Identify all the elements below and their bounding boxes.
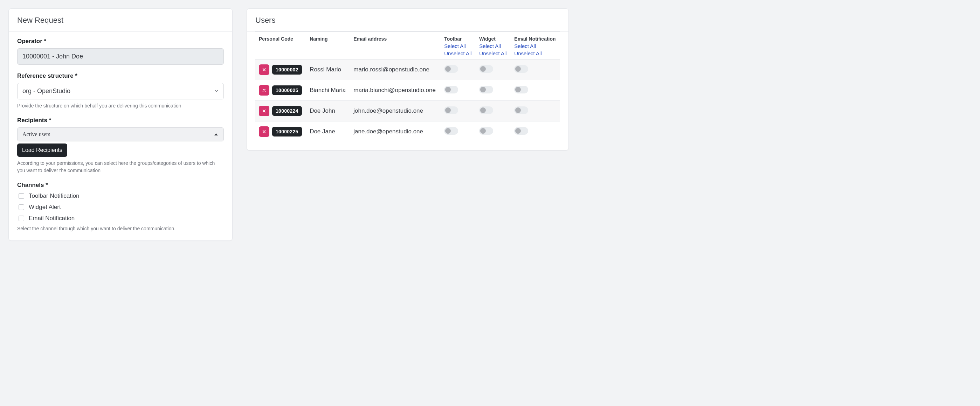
- operator-input: 10000001 - John Doe: [17, 48, 224, 65]
- widget-toggle[interactable]: [479, 106, 493, 114]
- toolbar-unselect-all[interactable]: Unselect All: [444, 51, 472, 56]
- load-recipients-button[interactable]: Load Recipients: [17, 143, 67, 157]
- col-toolbar: Toolbar Select All Unselect All: [441, 32, 476, 60]
- structure-help: Provide the structure on which behalf yo…: [17, 102, 224, 109]
- col-personal-code: Personal Code: [255, 32, 306, 60]
- widget-select-all[interactable]: Select All: [479, 43, 507, 49]
- toolbar-toggle[interactable]: [444, 106, 458, 114]
- emailnotif-select-all[interactable]: Select All: [514, 43, 557, 49]
- recipients-selected: Active users: [22, 131, 51, 137]
- channel-checkbox-email[interactable]: [19, 216, 24, 221]
- channel-label-widget: Widget Alert: [29, 204, 61, 211]
- col-email-notification: Email Notification Select All Unselect A…: [511, 32, 560, 60]
- new-request-title: New Request: [9, 9, 232, 32]
- channels-help: Select the channel through which you wan…: [17, 225, 224, 232]
- recipients-help: According to your permissions, you can s…: [17, 160, 224, 174]
- user-email: john.doe@openstudio.one: [350, 101, 441, 121]
- recipients-field: Recipients * Active users Load Recipient…: [17, 117, 224, 174]
- channel-option-widget[interactable]: Widget Alert: [17, 203, 224, 211]
- col-widget: Widget Select All Unselect All: [476, 32, 511, 60]
- channel-checkbox-toolbar[interactable]: [19, 193, 24, 199]
- channels-label: Channels *: [17, 182, 224, 189]
- user-email: maria.bianchi@openstudio.one: [350, 80, 441, 101]
- email-toggle[interactable]: [514, 127, 528, 135]
- structure-label: Reference structure *: [17, 73, 224, 79]
- col-email: Email address: [350, 32, 441, 60]
- widget-toggle[interactable]: [479, 65, 493, 73]
- user-naming: Doe John: [306, 101, 350, 121]
- email-toggle[interactable]: [514, 65, 528, 73]
- widget-unselect-all[interactable]: Unselect All: [479, 51, 507, 56]
- col-naming: Naming: [306, 32, 350, 60]
- channels-options: Toolbar Notification Widget Alert Email …: [17, 192, 224, 222]
- user-email: mario.rossi@openstudio.one: [350, 60, 441, 80]
- table-row: 10000225Doe Janejane.doe@openstudio.one: [255, 121, 560, 142]
- remove-user-button[interactable]: [259, 106, 269, 116]
- emailnotif-unselect-all[interactable]: Unselect All: [514, 51, 557, 56]
- structure-select[interactable]: org - OpenStudio: [17, 83, 224, 99]
- toolbar-toggle[interactable]: [444, 65, 458, 73]
- table-row: 10000224Doe Johnjohn.doe@openstudio.one: [255, 101, 560, 121]
- recipients-label: Recipients *: [17, 117, 224, 124]
- widget-toggle[interactable]: [479, 86, 493, 94]
- personal-code-badge: 10000225: [272, 127, 302, 136]
- channel-option-toolbar[interactable]: Toolbar Notification: [17, 192, 224, 200]
- channel-option-email[interactable]: Email Notification: [17, 214, 224, 222]
- toolbar-select-all[interactable]: Select All: [444, 43, 472, 49]
- users-table: Personal Code Naming Email address Toolb…: [255, 32, 560, 142]
- operator-label: Operator *: [17, 38, 224, 45]
- channel-checkbox-widget[interactable]: [19, 205, 24, 210]
- recipients-multiselect[interactable]: Active users: [17, 127, 224, 141]
- email-toggle[interactable]: [514, 106, 528, 114]
- user-email: jane.doe@openstudio.one: [350, 121, 441, 142]
- toolbar-toggle[interactable]: [444, 127, 458, 135]
- channels-field: Channels * Toolbar Notification Widget A…: [17, 182, 224, 232]
- personal-code-badge: 10000025: [272, 86, 302, 95]
- user-naming: Bianchi Maria: [306, 80, 350, 101]
- new-request-card: New Request Operator * 10000001 - John D…: [8, 8, 232, 241]
- toolbar-toggle[interactable]: [444, 86, 458, 94]
- user-naming: Doe Jane: [306, 121, 350, 142]
- personal-code-badge: 10000224: [272, 106, 302, 116]
- channel-label-toolbar: Toolbar Notification: [29, 192, 80, 200]
- users-card: Users Personal Code Naming Email address…: [247, 8, 569, 151]
- channel-label-email: Email Notification: [29, 215, 75, 222]
- personal-code-badge: 10000002: [272, 65, 302, 75]
- remove-user-button[interactable]: [259, 64, 269, 75]
- email-toggle[interactable]: [514, 86, 528, 94]
- remove-user-button[interactable]: [259, 85, 269, 95]
- widget-toggle[interactable]: [479, 127, 493, 135]
- remove-user-button[interactable]: [259, 126, 269, 137]
- users-title: Users: [247, 9, 568, 32]
- table-row: 10000025Bianchi Mariamaria.bianchi@opens…: [255, 80, 560, 101]
- user-naming: Rossi Mario: [306, 60, 350, 80]
- operator-field: Operator * 10000001 - John Doe: [17, 38, 224, 65]
- table-row: 10000002Rossi Mariomario.rossi@openstudi…: [255, 60, 560, 80]
- structure-field: Reference structure * org - OpenStudio P…: [17, 73, 224, 109]
- chevron-up-icon: [214, 133, 218, 135]
